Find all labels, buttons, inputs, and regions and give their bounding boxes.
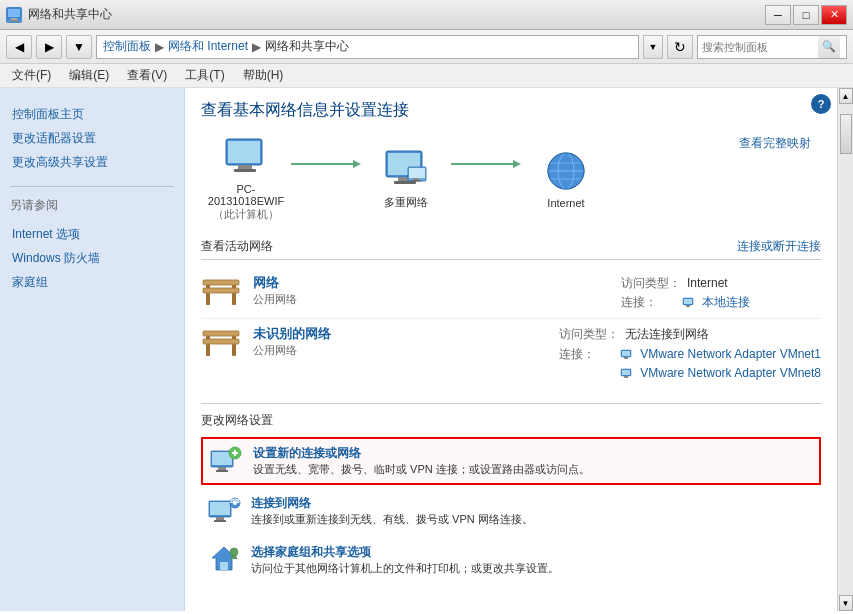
network-name-1[interactable]: 网络 — [253, 274, 609, 292]
scrollbar-track — [839, 104, 853, 595]
svg-rect-17 — [411, 180, 421, 182]
settings-item-connect[interactable]: 连接到网络 连接到或重新连接到无线、有线、拨号或 VPN 网络连接。 — [201, 489, 821, 533]
globe-icon — [540, 149, 592, 195]
scrollbar-up-button[interactable]: ▲ — [839, 88, 853, 104]
sidebar-divider — [10, 186, 174, 187]
menu-help[interactable]: 帮助(H) — [235, 65, 292, 86]
scrollbar-down-button[interactable]: ▼ — [839, 595, 853, 611]
sidebar-item-homegroup[interactable]: 家庭组 — [10, 270, 174, 294]
refresh-button[interactable]: ↻ — [667, 35, 693, 59]
settings-item-desc-2: 连接到或重新连接到无线、有线、拨号或 VPN 网络连接。 — [251, 512, 815, 527]
menu-view[interactable]: 查看(V) — [119, 65, 175, 86]
sidebar-item-internet[interactable]: Internet 选项 — [10, 222, 174, 246]
menu-edit[interactable]: 编辑(E) — [61, 65, 117, 86]
network-details-1: 访问类型： Internet 连接： 本地连接 — [621, 274, 821, 312]
sidebar-item-advanced[interactable]: 更改高级共享设置 — [10, 150, 174, 174]
svg-rect-26 — [203, 288, 239, 293]
settings-item-text-2: 连接到网络 连接到或重新连接到无线、有线、拨号或 VPN 网络连接。 — [251, 495, 815, 527]
svg-rect-55 — [210, 502, 230, 515]
settings-item-title-2[interactable]: 连接到网络 — [251, 495, 815, 512]
settings-item-text-1: 设置新的连接或网络 设置无线、宽带、拨号、临时或 VPN 连接；或设置路由器或访… — [253, 445, 813, 477]
settings-item-homegroup[interactable]: 选择家庭组和共享选项 访问位于其他网络计算机上的文件和打印机；或更改共享设置。 — [201, 538, 821, 582]
svg-rect-40 — [232, 336, 236, 339]
net-node-internet: Internet — [521, 149, 611, 209]
search-input[interactable] — [698, 41, 818, 53]
breadcrumb-sep-1: ▶ — [155, 40, 164, 54]
menubar: 文件(F) 编辑(E) 查看(V) 工具(T) 帮助(H) — [0, 64, 853, 88]
main-layout: 控制面板主页 更改适配器设置 更改高级共享设置 另请参阅 Internet 选项… — [0, 88, 853, 611]
connection-icon-1 — [682, 295, 696, 309]
sidebar-item-adapter[interactable]: 更改适配器设置 — [10, 126, 174, 150]
access-value-1: Internet — [687, 274, 728, 293]
svg-rect-31 — [232, 285, 236, 288]
connect-disconnect-link[interactable]: 连接或断开连接 — [737, 238, 821, 255]
sidebar-item-main[interactable]: 控制面板主页 — [10, 102, 174, 126]
svg-rect-29 — [232, 293, 236, 305]
settings-item-desc-1: 设置无线、宽带、拨号、临时或 VPN 连接；或设置路由器或访问点。 — [253, 462, 813, 477]
access-value-2: 无法连接到网络 — [625, 325, 709, 344]
sidebar-main-section: 控制面板主页 更改适配器设置 更改高级共享设置 — [0, 98, 184, 182]
title-bar-left: 网络和共享中心 — [6, 6, 112, 23]
connection-icon-2b — [620, 366, 634, 380]
title-bar-buttons: ─ □ ✕ — [765, 5, 847, 25]
scrollbar: ▲ ▼ — [837, 88, 853, 611]
conn-value-2a[interactable]: VMware Network Adapter VMnet1 — [640, 345, 821, 364]
sidebar-item-firewall[interactable]: Windows 防火墙 — [10, 246, 174, 270]
svg-rect-33 — [684, 299, 692, 304]
svg-rect-42 — [622, 351, 630, 356]
svg-marker-9 — [353, 160, 361, 168]
forward-button[interactable]: ▶ — [36, 35, 62, 59]
conn-value-2b[interactable]: VMware Network Adapter VMnet8 — [640, 364, 821, 383]
search-box: 🔍 — [697, 35, 847, 59]
svg-rect-37 — [206, 344, 210, 356]
sidebar-also-see-title: 另请参阅 — [0, 191, 184, 218]
settings-item-text-3: 选择家庭组和共享选项 访问位于其他网络计算机上的文件和打印机；或更改共享设置。 — [251, 544, 815, 576]
network-row-2: 未识别的网络 公用网络 访问类型： 无法连接到网络 连接： — [201, 319, 821, 389]
svg-rect-45 — [622, 370, 630, 375]
svg-rect-28 — [206, 293, 210, 305]
minimize-button[interactable]: ─ — [765, 5, 791, 25]
search-icon[interactable]: 🔍 — [818, 36, 840, 58]
network-row-1: 网络 公用网络 访问类型： Internet 连接： — [201, 268, 821, 318]
network-list: 网络 公用网络 访问类型： Internet 连接： — [201, 268, 821, 389]
scrollbar-thumb[interactable] — [840, 114, 852, 154]
network-connection-1: 连接： 本地连接 — [621, 293, 821, 312]
title-bar-text: 网络和共享中心 — [28, 6, 112, 23]
svg-rect-46 — [624, 376, 628, 378]
menu-file[interactable]: 文件(F) — [4, 65, 59, 86]
close-button[interactable]: ✕ — [821, 5, 847, 25]
network-type-2: 公用网络 — [253, 343, 547, 358]
breadcrumb-item-1[interactable]: 控制面板 — [103, 38, 151, 55]
network-bench-icon-2 — [201, 325, 241, 361]
dropdown-button[interactable]: ▼ — [66, 35, 92, 59]
network-connection-2b: VMware Network Adapter VMnet8 — [559, 364, 821, 383]
conn-value-1[interactable]: 本地连接 — [702, 293, 750, 312]
maximize-button[interactable]: □ — [793, 5, 819, 25]
settings-item-title-3[interactable]: 选择家庭组和共享选项 — [251, 544, 815, 561]
sidebar: 控制面板主页 更改适配器设置 更改高级共享设置 另请参阅 Internet 选项… — [0, 88, 185, 611]
svg-rect-57 — [214, 520, 226, 522]
access-label-2: 访问类型： — [559, 325, 619, 344]
svg-rect-2 — [11, 18, 17, 20]
network-bench-icon-1 — [201, 274, 241, 310]
network-type-1: 公用网络 — [253, 292, 609, 307]
connect-icon — [207, 495, 241, 525]
menu-tools[interactable]: 工具(T) — [177, 65, 232, 86]
new-connection-icon — [209, 445, 243, 475]
page-title: 查看基本网络信息并设置连接 — [201, 100, 821, 121]
settings-item-new-connection[interactable]: 设置新的连接或网络 设置无线、宽带、拨号、临时或 VPN 连接；或设置路由器或访… — [201, 437, 821, 485]
svg-rect-35 — [203, 339, 239, 344]
svg-rect-5 — [228, 141, 260, 163]
title-bar: 网络和共享中心 ─ □ ✕ — [0, 0, 853, 30]
active-networks-title: 查看活动网络 — [201, 238, 273, 255]
view-map-link[interactable]: 查看完整映射 — [739, 135, 811, 152]
network-access-type-2: 访问类型： 无法连接到网络 — [559, 325, 821, 344]
back-button[interactable]: ◀ — [6, 35, 32, 59]
toolbar: ◀ ▶ ▼ 控制面板 ▶ 网络和 Internet ▶ 网络和共享中心 ▼ ↻ … — [0, 30, 853, 64]
help-button[interactable]: ? — [811, 94, 831, 114]
conn-label-2b — [559, 364, 614, 383]
settings-item-title-1[interactable]: 设置新的连接或网络 — [253, 445, 813, 462]
network-name-2[interactable]: 未识别的网络 — [253, 325, 547, 343]
address-dropdown-button[interactable]: ▼ — [643, 35, 663, 59]
breadcrumb-item-2[interactable]: 网络和 Internet — [168, 38, 248, 55]
